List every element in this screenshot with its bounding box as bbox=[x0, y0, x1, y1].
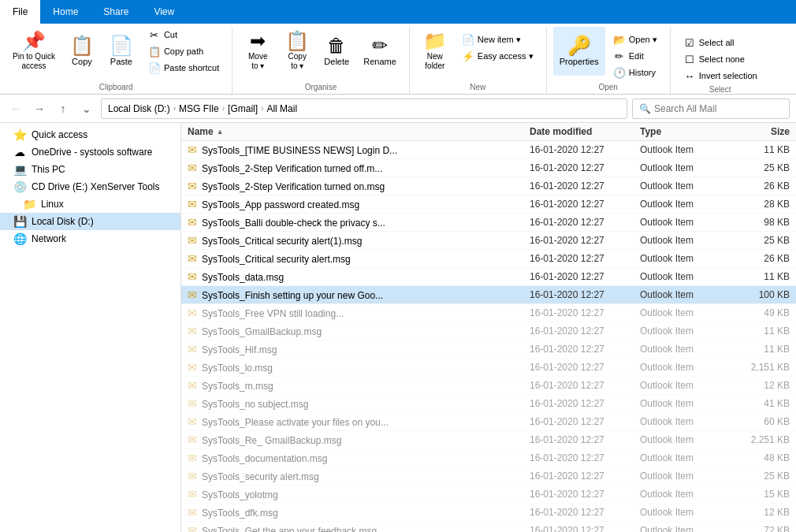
up-button[interactable]: ↑ bbox=[54, 99, 73, 118]
file-row[interactable]: ✉SysTools_[TIME BUSINESS NEWS] Login D..… bbox=[181, 141, 796, 159]
move-to-button[interactable]: ➡ Moveto ▾ bbox=[239, 27, 277, 76]
tab-share[interactable]: Share bbox=[91, 0, 141, 24]
paste-shortcut-label: Paste shortcut bbox=[164, 63, 219, 73]
rename-icon: ✏ bbox=[372, 36, 388, 55]
file-row[interactable]: ✉SysTools_Balli double-check the privacy… bbox=[181, 214, 796, 232]
organise-group: ➡ Moveto ▾ 📋 Copyto ▾ 🗑 Delete ✏ Rename … bbox=[232, 27, 410, 94]
sidebar-item-local-disk-d[interactable]: 💾 Local Disk (D:) bbox=[0, 213, 180, 230]
file-row[interactable]: ✉SysTools_Please activate your files on … bbox=[181, 413, 796, 431]
tab-file[interactable]: File bbox=[0, 0, 40, 24]
new-item-button[interactable]: 📄 New item ▾ bbox=[457, 32, 538, 47]
edit-button[interactable]: ✏ Edit bbox=[608, 48, 662, 64]
select-none-label: Select none bbox=[699, 54, 745, 64]
new-label: New bbox=[416, 81, 540, 94]
sidebar-item-this-pc[interactable]: 💻 This PC bbox=[0, 161, 180, 178]
search-input[interactable] bbox=[654, 103, 783, 114]
clipboard-buttons: 📌 Pin to Quickaccess 📋 Copy 📄 Paste ✂ Cu… bbox=[6, 27, 225, 81]
copy-path-button[interactable]: 📋 Copy path bbox=[143, 43, 224, 59]
file-type: Outlook Item bbox=[640, 344, 727, 355]
file-row[interactable]: ✉SysTools_no subject.msg 16-01-2020 12:2… bbox=[181, 395, 796, 413]
file-name: ✉SysTools_yolotmg bbox=[188, 488, 530, 500]
file-row[interactable]: ✉SysTools_Free VPN still loading... 16-0… bbox=[181, 304, 796, 322]
file-row[interactable]: ✉SysTools_App password created.msg 16-01… bbox=[181, 195, 796, 214]
tab-home[interactable]: Home bbox=[40, 0, 91, 24]
sidebar-item-cd-drive[interactable]: 💿 CD Drive (E:) XenServer Tools bbox=[0, 178, 180, 195]
file-row[interactable]: ✉SysTools_Re_ GmailBackup.msg 16-01-2020… bbox=[181, 431, 796, 449]
file-row[interactable]: ✉SysTools_documentation.msg 16-01-2020 1… bbox=[181, 449, 796, 467]
delete-button[interactable]: 🗑 Delete bbox=[318, 27, 355, 76]
back-button[interactable]: ← bbox=[6, 99, 25, 118]
msg-file-icon: ✉ bbox=[188, 524, 197, 532]
msg-file-icon: ✉ bbox=[188, 143, 197, 156]
cut-icon: ✂ bbox=[148, 29, 161, 41]
copy-label: Copy bbox=[72, 57, 92, 66]
history-label: History bbox=[629, 68, 656, 77]
file-name: ✉SysTools_2-Step Verification turned off… bbox=[188, 162, 530, 174]
sidebar-label-cd-drive: CD Drive (E:) XenServer Tools bbox=[32, 181, 174, 192]
file-row[interactable]: ✉SysTools_Finish setting up your new Goo… bbox=[181, 286, 796, 304]
invert-selection-button[interactable]: ↔ Invert selection bbox=[679, 68, 762, 84]
file-type: Outlook Item bbox=[640, 271, 727, 282]
msg-file-icon: ✉ bbox=[188, 216, 197, 229]
file-row[interactable]: ✉SysTools_Hif.msg 16-01-2020 12:27 Outlo… bbox=[181, 340, 796, 359]
sidebar-item-quick-access[interactable]: ⭐ Quick access bbox=[0, 126, 180, 143]
open-button[interactable]: 📂 Open ▾ bbox=[608, 32, 662, 47]
select-none-button[interactable]: ☐ Select none bbox=[679, 51, 762, 67]
tab-view[interactable]: View bbox=[141, 0, 187, 24]
properties-button[interactable]: 🔑 Properties bbox=[553, 27, 605, 76]
col-header-name[interactable]: Name ▲ bbox=[188, 126, 530, 137]
file-size: 25 KB bbox=[727, 471, 790, 482]
file-row[interactable]: ✉SysTools_yolotmg 16-01-2020 12:27 Outlo… bbox=[181, 485, 796, 504]
copy-icon: 📋 bbox=[70, 36, 94, 55]
address-path[interactable]: Local Disk (D:) › MSG FIle › [Gmail] › A… bbox=[101, 99, 627, 119]
properties-icon: 🔑 bbox=[567, 36, 591, 55]
paste-shortcut-button[interactable]: 📄 Paste shortcut bbox=[143, 60, 224, 76]
recent-locations-button[interactable]: ⌄ bbox=[77, 99, 96, 118]
file-row[interactable]: ✉SysTools_Critical security alert(1).msg… bbox=[181, 232, 796, 250]
easy-access-button[interactable]: ⚡ Easy access ▾ bbox=[457, 48, 538, 64]
col-header-size[interactable]: Size bbox=[727, 126, 790, 137]
file-row[interactable]: ✉SysTools_lo.msg 16-01-2020 12:27 Outloo… bbox=[181, 359, 796, 377]
new-folder-button[interactable]: 📁 Newfolder bbox=[416, 27, 454, 76]
path-segment-1[interactable]: MSG FIle bbox=[179, 103, 219, 114]
sidebar-item-network[interactable]: 🌐 Network bbox=[0, 230, 180, 247]
file-row[interactable]: ✉SysTools_2-Step Verification turned off… bbox=[181, 159, 796, 177]
msg-file-icon: ✉ bbox=[188, 452, 197, 464]
cut-button[interactable]: ✂ Cut bbox=[143, 27, 224, 43]
select-all-button[interactable]: ☑ Select all bbox=[679, 35, 762, 50]
file-size: 48 KB bbox=[727, 452, 790, 463]
col-header-type[interactable]: Type bbox=[640, 126, 727, 137]
file-row[interactable]: ✉SysTools_m.msg 16-01-2020 12:27 Outlook… bbox=[181, 377, 796, 395]
pin-to-quick-access-button[interactable]: 📌 Pin to Quickaccess bbox=[6, 27, 61, 76]
file-size: 49 KB bbox=[727, 307, 790, 318]
paste-button[interactable]: 📄 Paste bbox=[102, 27, 140, 76]
copy-to-button[interactable]: 📋 Copyto ▾ bbox=[278, 27, 316, 76]
move-label: Moveto ▾ bbox=[248, 52, 267, 71]
copy-button[interactable]: 📋 Copy bbox=[63, 27, 101, 76]
path-segment-0[interactable]: Local Disk (D:) bbox=[108, 103, 170, 114]
select-label: Select bbox=[677, 84, 764, 96]
this-pc-icon: 💻 bbox=[13, 163, 27, 176]
sidebar-item-linux[interactable]: 📁 Linux bbox=[0, 195, 180, 213]
file-size: 41 KB bbox=[727, 398, 790, 409]
sidebar-item-onedrive[interactable]: ☁ OneDrive - systools software bbox=[0, 143, 180, 161]
path-segment-3[interactable]: All Mail bbox=[266, 103, 297, 114]
forward-button[interactable]: → bbox=[30, 99, 49, 118]
file-row[interactable]: ✉SysTools_Get the app your feedback.msg … bbox=[181, 522, 796, 532]
file-name: ✉SysTools_Balli double-check the privacy… bbox=[188, 216, 530, 229]
file-row[interactable]: ✉SysTools_dfk.msg 16-01-2020 12:27 Outlo… bbox=[181, 504, 796, 522]
col-header-date[interactable]: Date modified bbox=[530, 126, 640, 137]
path-segment-2[interactable]: [Gmail] bbox=[228, 103, 258, 114]
rename-button[interactable]: ✏ Rename bbox=[357, 27, 403, 76]
invert-selection-label: Invert selection bbox=[699, 71, 757, 80]
copy-to-icon: 📋 bbox=[285, 32, 309, 50]
msg-file-icon: ✉ bbox=[188, 270, 197, 283]
file-row[interactable]: ✉SysTools_security alert.msg 16-01-2020 … bbox=[181, 467, 796, 485]
file-row[interactable]: ✉SysTools_Critical security alert.msg 16… bbox=[181, 250, 796, 268]
file-row[interactable]: ✉SysTools_2-Step Verification turned on.… bbox=[181, 177, 796, 195]
search-box[interactable]: 🔍 bbox=[632, 99, 790, 119]
history-button[interactable]: 🕐 History bbox=[608, 65, 662, 80]
file-row[interactable]: ✉SysTools_data.msg 16-01-2020 12:27 Outl… bbox=[181, 268, 796, 286]
file-row[interactable]: ✉SysTools_GmailBackup.msg 16-01-2020 12:… bbox=[181, 322, 796, 340]
path-arrow-2: › bbox=[261, 104, 263, 113]
